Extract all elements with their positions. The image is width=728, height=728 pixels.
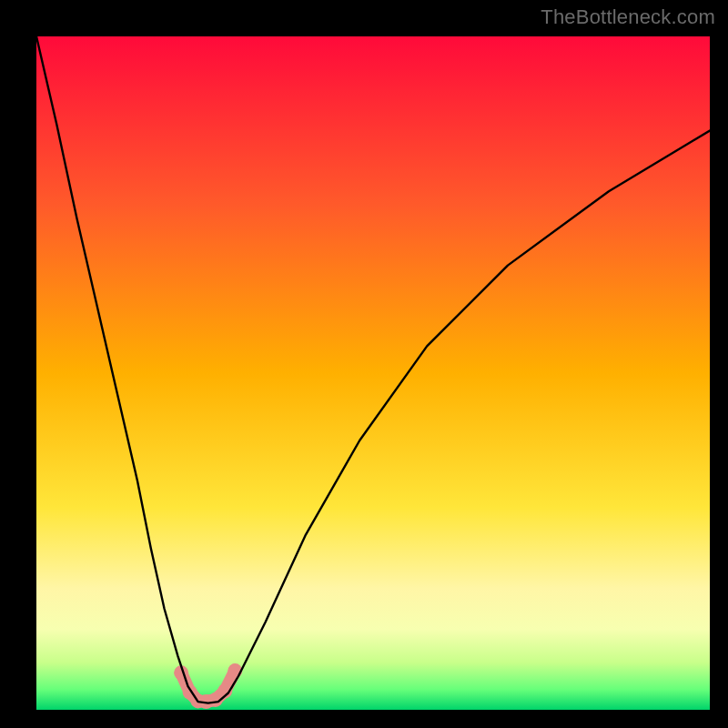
chart-frame: TheBottleneck.com	[0, 0, 728, 728]
background-gradient	[36, 36, 710, 710]
watermark-text: TheBottleneck.com	[541, 5, 715, 29]
plot-area	[36, 36, 710, 710]
svg-rect-0	[36, 36, 710, 710]
